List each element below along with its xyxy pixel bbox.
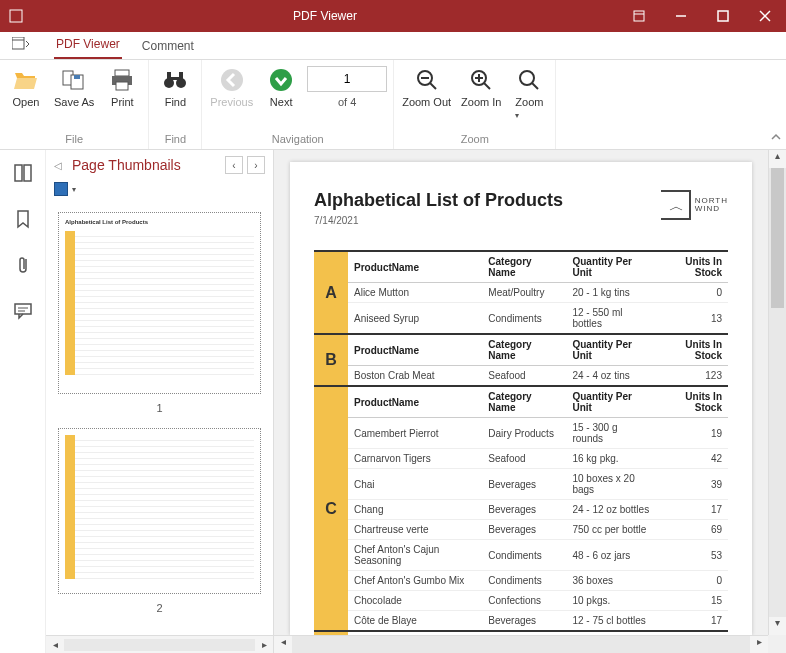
column-header: Units In Stock	[657, 334, 728, 366]
thumbnail-list: Alphabetical List of Products	[46, 202, 273, 635]
table-row: Chef Anton's Cajun SeasoningCondiments48…	[314, 540, 728, 571]
thumbnail-panel-title: Page Thumbnails	[68, 157, 225, 173]
minimize-button[interactable]	[660, 0, 702, 32]
column-header: Quantity Per Unit	[566, 251, 656, 283]
document-title: Alphabetical List of Products	[314, 190, 563, 211]
thumbnail-options-button[interactable]: ▾	[46, 180, 273, 202]
document-viewer: Alphabetical List of Products 7/14/2021 …	[274, 150, 786, 653]
products-table: AProductNameCategory NameQuantity Per Un…	[314, 250, 728, 635]
thumb-prev-button[interactable]: ‹	[225, 156, 243, 174]
tab-pdf-viewer[interactable]: PDF Viewer	[54, 33, 122, 59]
find-button[interactable]: Find	[155, 64, 195, 110]
group-letter: B	[314, 334, 348, 386]
tab-comment[interactable]: Comment	[140, 35, 196, 59]
zoom-dropdown-button[interactable]: Zoom▾	[509, 64, 549, 122]
print-button[interactable]: Print	[102, 64, 142, 110]
next-page-button[interactable]: Next	[261, 64, 301, 110]
table-row: Camembert PierrotDairy Products15 - 300 …	[314, 418, 728, 449]
group-letter: A	[314, 251, 348, 334]
table-row: Boston Crab MeatSeafood24 - 4 oz tins123	[314, 366, 728, 387]
chevron-down-icon: ▾	[515, 111, 519, 120]
zoom-icon	[515, 66, 543, 94]
scroll-thumb[interactable]	[771, 168, 784, 308]
ribbon-toolbar: Open Save As Print File Find Find	[0, 60, 786, 150]
viewer-hscrollbar[interactable]: ◂▸	[274, 635, 768, 653]
zoom-out-button[interactable]: Zoom Out	[400, 64, 453, 110]
column-header: ProductName	[348, 386, 482, 418]
column-header: Quantity Per Unit	[566, 334, 656, 366]
thumbnails-tab-button[interactable]	[8, 158, 38, 188]
page-count-label: of 4	[338, 92, 356, 108]
document-page: Alphabetical List of Products 7/14/2021 …	[290, 162, 752, 635]
column-header: Units In Stock	[657, 386, 728, 418]
arrow-down-circle-icon	[267, 66, 295, 94]
column-header: Category Name	[482, 386, 566, 418]
column-header: Category Name	[482, 334, 566, 366]
group-label-navigation: Navigation	[208, 131, 387, 149]
table-row: ChocoladeConfections10 pkgs.15	[314, 591, 728, 611]
attachments-tab-button[interactable]	[8, 250, 38, 280]
table-row: Aniseed SyrupCondiments12 - 550 ml bottl…	[314, 303, 728, 335]
title-bar: PDF Viewer	[0, 0, 786, 32]
page-number-input[interactable]	[307, 66, 387, 92]
table-row: Chef Anton's Gumbo MixCondiments36 boxes…	[314, 571, 728, 591]
zoom-out-icon	[413, 66, 441, 94]
thumb-next-button[interactable]: ›	[247, 156, 265, 174]
maximize-button[interactable]	[702, 0, 744, 32]
open-button[interactable]: Open	[6, 64, 46, 110]
table-row: Côte de BlayeBeverages12 - 75 cl bottles…	[314, 611, 728, 632]
document-date: 7/14/2021	[314, 215, 563, 226]
side-icon-strip	[0, 150, 46, 653]
svg-rect-7	[12, 37, 24, 49]
save-as-button[interactable]: Save As	[52, 64, 96, 110]
zoom-in-button[interactable]: Zoom In	[459, 64, 503, 110]
thumbnail-page-2[interactable]	[58, 428, 261, 594]
group-label-find: Find	[155, 131, 195, 149]
app-icon	[0, 9, 32, 23]
column-header: Quantity Per Unit	[566, 386, 656, 418]
folder-open-icon	[12, 66, 40, 94]
svg-rect-4	[718, 11, 728, 21]
close-button[interactable]	[744, 0, 786, 32]
thumbnail-label-2: 2	[58, 600, 261, 622]
app-menu-button[interactable]	[6, 37, 36, 59]
svg-line-23	[430, 83, 436, 89]
svg-rect-17	[167, 72, 171, 79]
svg-rect-11	[74, 75, 80, 79]
list-icon	[54, 182, 68, 196]
thumbnail-hscrollbar[interactable]: ◂▸	[46, 635, 273, 653]
ribbon-display-options-button[interactable]	[618, 0, 660, 32]
svg-point-20	[221, 69, 243, 91]
table-row: ChangBeverages24 - 12 oz bottles17	[314, 500, 728, 520]
zoom-in-icon	[467, 66, 495, 94]
thumbnail-page-1[interactable]: Alphabetical List of Products	[58, 212, 261, 394]
comments-tab-button[interactable]	[8, 296, 38, 326]
save-as-icon	[60, 66, 88, 94]
previous-page-button[interactable]: Previous	[208, 64, 255, 110]
table-row: Carnarvon TigersSeafood16 kg pkg.42	[314, 449, 728, 469]
binoculars-icon	[161, 66, 189, 94]
viewer-vscrollbar[interactable]: ▴ ▾	[768, 150, 786, 635]
collapse-ribbon-button[interactable]	[766, 60, 786, 149]
bookmarks-tab-button[interactable]	[8, 204, 38, 234]
table-row: Alice MuttonMeat/Poultry20 - 1 kg tins0	[314, 283, 728, 303]
column-header: Units In Stock	[657, 251, 728, 283]
svg-rect-19	[171, 77, 179, 80]
main-area: ◁ Page Thumbnails ‹ › ▾ Alphabetical Lis…	[0, 150, 786, 653]
svg-rect-0	[10, 10, 22, 22]
collapse-panel-button[interactable]: ◁	[54, 160, 68, 171]
svg-rect-12	[115, 70, 129, 76]
window-title: PDF Viewer	[32, 9, 618, 23]
column-header: ProductName	[348, 334, 482, 366]
svg-line-26	[484, 83, 490, 89]
svg-rect-14	[116, 82, 128, 90]
ribbon-tab-strip: PDF Viewer Comment	[0, 32, 786, 60]
group-label-file: File	[6, 131, 142, 149]
thumbnail-panel: ◁ Page Thumbnails ‹ › ▾ Alphabetical Lis…	[46, 150, 274, 653]
svg-rect-1	[634, 11, 644, 21]
svg-point-21	[270, 69, 292, 91]
thumbnail-label-1: 1	[58, 400, 261, 422]
group-letter: C	[314, 386, 348, 631]
table-row: Chartreuse verteBeverages750 cc per bott…	[314, 520, 728, 540]
column-header: ProductName	[348, 251, 482, 283]
